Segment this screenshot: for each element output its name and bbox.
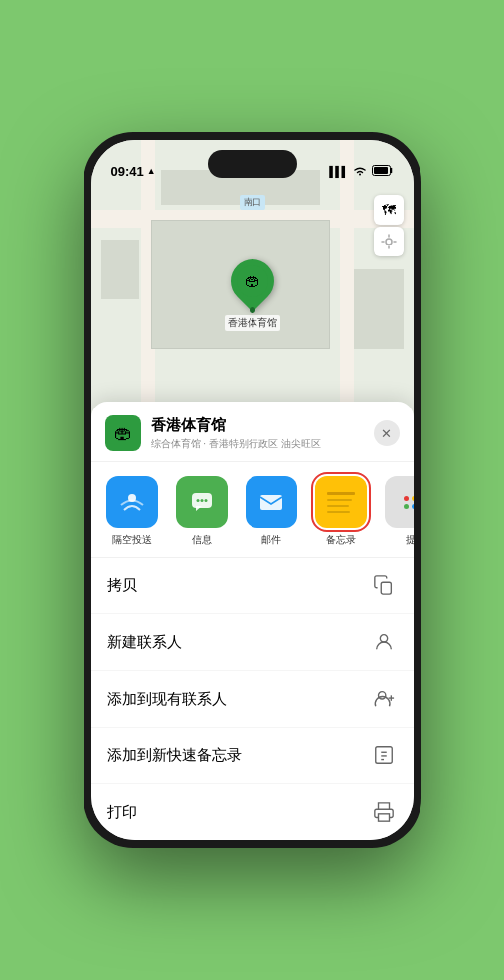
svg-rect-18	[378, 814, 389, 821]
add-note-label: 添加到新快速备忘录	[107, 746, 242, 765]
map-type-button[interactable]: 🗺	[374, 195, 404, 225]
dot-blue	[412, 504, 414, 509]
status-icons: ▌▌▌	[329, 162, 393, 180]
venue-name: 香港体育馆	[151, 416, 374, 435]
pin-dot	[250, 307, 255, 313]
phone-screen: 09:41 ▲ ▌▌▌	[91, 140, 414, 840]
svg-rect-1	[374, 167, 388, 174]
map-block-small1	[101, 240, 139, 299]
location-button[interactable]	[374, 227, 404, 256]
mail-label: 邮件	[261, 533, 281, 547]
action-copy[interactable]: 拷贝	[91, 558, 414, 614]
svg-rect-9	[381, 582, 391, 594]
location-pin: 🏟 香港体育馆	[225, 259, 280, 331]
venue-description: 综合体育馆 · 香港特别行政区 油尖旺区	[151, 437, 374, 451]
print-icon	[370, 798, 398, 826]
location-arrow-icon: ▲	[147, 166, 156, 176]
dot-red	[404, 496, 409, 501]
share-notes[interactable]: 备忘录	[310, 476, 372, 547]
signal-icon: ▌▌▌	[329, 166, 347, 177]
add-existing-label: 添加到现有联系人	[107, 690, 227, 709]
notes-icon	[315, 476, 367, 528]
svg-point-6	[200, 499, 203, 502]
new-contact-icon	[370, 628, 398, 656]
airdrop-icon	[106, 476, 158, 528]
dot-yellow	[412, 496, 414, 501]
pin-label: 香港体育馆	[225, 315, 280, 331]
pin-marker: 🏟	[221, 250, 282, 312]
action-add-existing[interactable]: 添加到现有联系人	[91, 671, 414, 728]
time-display: 09:41	[111, 164, 144, 179]
more-dots-grid	[404, 496, 414, 509]
share-mail[interactable]: 邮件	[241, 476, 302, 547]
bottom-sheet: 🏟 香港体育馆 综合体育馆 · 香港特别行政区 油尖旺区 ✕	[91, 402, 414, 840]
phone-frame: 09:41 ▲ ▌▌▌	[84, 132, 421, 848]
map-controls: 🗺	[374, 195, 404, 256]
action-list: 拷贝 新建联系人	[91, 557, 414, 840]
close-button[interactable]: ✕	[374, 420, 400, 446]
svg-point-7	[204, 499, 207, 502]
svg-point-11	[378, 692, 385, 699]
share-actions-row: 隔空投送 信息	[91, 462, 414, 557]
messages-label: 信息	[192, 533, 212, 547]
add-note-icon	[370, 741, 398, 769]
battery-icon	[372, 162, 394, 180]
svg-point-2	[386, 239, 392, 245]
share-airdrop[interactable]: 隔空投送	[101, 476, 163, 547]
venue-header: 🏟 香港体育馆 综合体育馆 · 香港特别行政区 油尖旺区 ✕	[91, 402, 414, 462]
airdrop-label: 隔空投送	[112, 533, 152, 547]
wifi-icon	[353, 162, 367, 180]
share-messages[interactable]: 信息	[171, 476, 233, 547]
share-more[interactable]: 提	[380, 476, 414, 547]
more-icon	[385, 476, 414, 528]
add-existing-icon	[370, 685, 398, 713]
messages-icon	[176, 476, 228, 528]
svg-rect-14	[375, 747, 392, 764]
svg-point-5	[196, 499, 199, 502]
venue-info: 香港体育馆 综合体育馆 · 香港特别行政区 油尖旺区	[151, 416, 374, 451]
new-contact-label: 新建联系人	[107, 633, 182, 652]
map-label-nan: 南口	[240, 195, 265, 210]
svg-rect-8	[260, 495, 282, 510]
map-block-small3	[354, 269, 404, 349]
action-add-note[interactable]: 添加到新快速备忘录	[91, 728, 414, 784]
print-label: 打印	[107, 803, 137, 822]
copy-icon	[370, 572, 398, 599]
mail-icon	[246, 476, 297, 528]
status-time: 09:41 ▲	[111, 164, 156, 179]
action-new-contact[interactable]: 新建联系人	[91, 614, 414, 671]
dot-green	[404, 504, 409, 509]
pin-inner: 🏟	[237, 265, 268, 297]
venue-icon: 🏟	[105, 415, 141, 451]
svg-point-10	[380, 635, 387, 642]
copy-label: 拷贝	[107, 576, 137, 595]
action-print[interactable]: 打印	[91, 784, 414, 840]
notes-label: 备忘录	[326, 533, 356, 547]
more-label: 提	[406, 533, 414, 547]
dynamic-island	[208, 150, 297, 178]
